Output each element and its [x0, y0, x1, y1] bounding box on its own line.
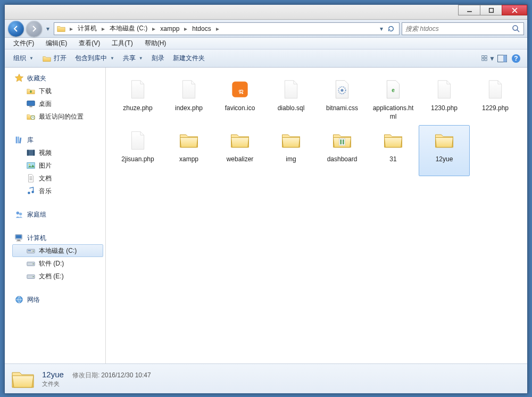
file-item[interactable]: 2jisuan.php: [112, 125, 163, 176]
navigation-pane[interactable]: 收藏夹 下载 桌面 最近访问的位置 库: [5, 68, 106, 363]
picture-icon: [26, 161, 36, 170]
folder-icon: [227, 128, 253, 153]
folder-icon: [380, 128, 406, 153]
favorites-label: 收藏夹: [27, 74, 46, 83]
share-button[interactable]: 共享▼: [119, 52, 147, 64]
refresh-button[interactable]: [385, 23, 397, 35]
library-icon: [14, 135, 24, 145]
menu-view[interactable]: 查看(V): [73, 38, 105, 49]
computer-header[interactable]: 计算机: [12, 231, 103, 244]
sidebar-item-drive-c[interactable]: 本地磁盘 (C:): [12, 244, 103, 257]
help-button[interactable]: ?: [509, 52, 523, 65]
recent-icon: [26, 112, 36, 121]
file-item[interactable]: zhuze.php: [112, 74, 163, 125]
open-button[interactable]: 打开: [38, 52, 71, 65]
tree-label: 下载: [39, 87, 52, 96]
preview-pane-icon: [497, 55, 507, 62]
details-meta-value: 2016/12/30 10:47: [101, 371, 151, 379]
breadcrumb-item[interactable]: xampp: [157, 23, 182, 35]
help-icon: ?: [511, 54, 521, 63]
chevron-right-icon[interactable]: ▸: [68, 23, 74, 35]
file-item[interactable]: index.php: [163, 74, 214, 125]
folder-item[interactable]: xampp: [163, 125, 214, 176]
burn-button[interactable]: 刻录: [147, 52, 169, 64]
breadcrumb-item[interactable]: 计算机: [74, 23, 100, 35]
file-item[interactable]: bitnami.css: [317, 74, 368, 125]
search-box[interactable]: [402, 22, 524, 35]
toolbar: 组织▼ 打开 包含到库中▼ 共享▼ 刻录 新建文件夹 ▼ ?: [5, 49, 527, 68]
chevron-right-icon[interactable]: ▸: [182, 23, 189, 35]
folder-item[interactable]: webalizer: [214, 125, 265, 176]
file-css-icon: [329, 77, 355, 102]
back-button[interactable]: [8, 21, 24, 37]
menu-edit[interactable]: 编辑(E): [40, 38, 72, 49]
document-icon: [26, 173, 36, 183]
new-folder-button[interactable]: 新建文件夹: [169, 52, 209, 64]
folder-item[interactable]: 12yue: [419, 125, 470, 176]
svg-rect-21: [27, 150, 29, 156]
file-html-icon: e: [380, 77, 406, 102]
homegroup-header[interactable]: 家庭组: [12, 208, 103, 221]
svg-rect-8: [482, 59, 484, 61]
sidebar-item-drive-e[interactable]: 文档 (E:): [12, 270, 103, 283]
file-list[interactable]: zhuze.phpindex.phpဣfavicon.icodiablo.sql…: [108, 68, 527, 363]
menu-tools[interactable]: 工具(T): [106, 38, 138, 49]
chevron-right-icon[interactable]: ▸: [214, 23, 221, 35]
network-header[interactable]: 网络: [12, 293, 103, 306]
chevron-right-icon[interactable]: ▸: [151, 23, 157, 35]
network-label: 网络: [27, 295, 40, 304]
nav-history-dropdown[interactable]: ▾: [44, 23, 52, 35]
download-folder-icon: [26, 86, 36, 96]
forward-button[interactable]: [26, 21, 42, 37]
file-label: index.php: [175, 104, 203, 113]
svg-point-4: [513, 26, 518, 30]
organize-button[interactable]: 组织▼: [9, 52, 38, 64]
sidebar-item-pictures[interactable]: 图片: [12, 159, 103, 172]
sidebar-item-recent[interactable]: 最近访问的位置: [12, 110, 103, 123]
file-item[interactable]: diablo.sql: [265, 74, 317, 125]
menu-bar: 文件(F) 编辑(E) 查看(V) 工具(T) 帮助(H): [5, 38, 527, 49]
sidebar-item-videos[interactable]: 视频: [12, 146, 103, 159]
sidebar-item-drive-d[interactable]: 软件 (D:): [12, 257, 103, 270]
include-in-library-button[interactable]: 包含到库中▼: [71, 52, 119, 64]
tree-label: 视频: [39, 148, 52, 158]
folder-icon: [176, 128, 202, 153]
svg-rect-15: [29, 106, 32, 107]
svg-text:ဣ: ဣ: [237, 88, 244, 94]
menu-file[interactable]: 文件(F): [8, 38, 39, 49]
file-item[interactable]: eapplications.html: [368, 74, 419, 125]
file-label: dashboard: [327, 155, 358, 164]
folder-item[interactable]: img: [265, 125, 317, 176]
tree-label: 图片: [39, 161, 52, 170]
chevron-right-icon[interactable]: ▸: [100, 23, 106, 35]
maximize-button[interactable]: [480, 5, 502, 15]
sidebar-item-desktop[interactable]: 桌面: [12, 97, 103, 110]
tree-label: 音乐: [39, 187, 52, 196]
folder-item[interactable]: 31: [368, 125, 419, 176]
minimize-button[interactable]: [458, 5, 480, 15]
folder-icon: [56, 24, 66, 34]
file-item[interactable]: ဣfavicon.ico: [214, 74, 265, 125]
svg-point-25: [28, 192, 30, 194]
close-button[interactable]: [502, 5, 527, 15]
breadcrumb-item[interactable]: htdocs: [189, 23, 214, 35]
preview-pane-button[interactable]: [495, 52, 509, 65]
folder-item[interactable]: dashboard: [317, 125, 368, 176]
file-label: img: [286, 155, 296, 164]
sidebar-item-music[interactable]: 音乐: [12, 185, 103, 197]
favorites-header[interactable]: 收藏夹: [12, 72, 103, 85]
sidebar-item-downloads[interactable]: 下载: [12, 85, 103, 97]
file-blank-icon: [125, 77, 151, 102]
file-item[interactable]: 1229.php: [470, 74, 521, 125]
address-bar[interactable]: ▸ 计算机 ▸ 本地磁盘 (C:) ▸ xampp ▸ htdocs ▸ ▾: [54, 22, 400, 35]
menu-help[interactable]: 帮助(H): [139, 38, 172, 49]
breadcrumb-item[interactable]: 本地磁盘 (C:): [106, 23, 151, 35]
computer-label: 计算机: [27, 234, 46, 243]
sidebar-item-documents[interactable]: 文档: [12, 172, 103, 185]
address-dropdown[interactable]: ▾: [378, 23, 385, 35]
view-options-button[interactable]: ▼: [481, 52, 495, 65]
libraries-header[interactable]: 库: [12, 134, 103, 146]
file-item[interactable]: 1230.php: [419, 74, 470, 125]
search-input[interactable]: [405, 25, 512, 32]
star-icon: [14, 73, 24, 83]
